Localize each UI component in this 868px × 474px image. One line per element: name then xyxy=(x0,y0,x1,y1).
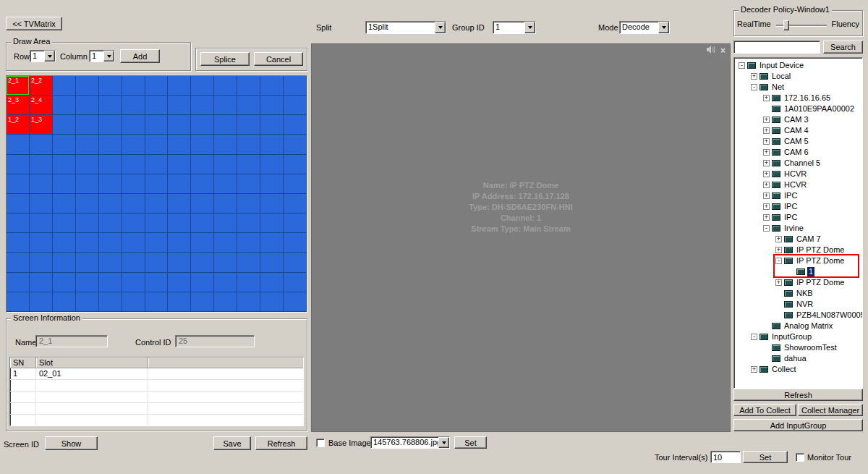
grid-cell-11-10[interactable] xyxy=(237,292,260,312)
tree-item-label[interactable]: HCVR xyxy=(783,180,808,190)
grid-cell-9-10[interactable] xyxy=(237,253,260,272)
tree-item-4-1a010e9paa00002[interactable]: 1A010E9PAA00002 xyxy=(734,103,862,114)
grid-cell-5-4[interactable] xyxy=(99,174,122,194)
grid-cell-5-0[interactable] xyxy=(7,174,30,194)
grid-cell-8-9[interactable] xyxy=(214,233,237,253)
grid-cell-10-4[interactable] xyxy=(99,273,122,292)
expand-icon[interactable]: + xyxy=(763,192,770,199)
slot-table-row-4[interactable] xyxy=(10,415,303,426)
grid-cell-10-7[interactable] xyxy=(168,273,191,292)
refresh-button[interactable]: Refresh xyxy=(255,436,307,450)
base-image-checkbox[interactable] xyxy=(316,439,325,447)
grid-cell-9-4[interactable] xyxy=(99,253,122,272)
grid-cell-3-7[interactable] xyxy=(168,135,191,154)
tree-item-label[interactable]: 1A010E9PAA00002 xyxy=(783,104,856,114)
grid-cell-9-11[interactable] xyxy=(260,253,284,272)
grid-cell-4-9[interactable] xyxy=(214,155,237,174)
chevron-down-icon[interactable] xyxy=(524,22,535,33)
tree-item-3-172-16-16-65[interactable]: +172.16.16.65 xyxy=(734,93,862,103)
grid-cell-2-2[interactable] xyxy=(53,115,76,135)
grid-cell-0-11[interactable] xyxy=(260,76,284,96)
grid-cell-10-10[interactable] xyxy=(237,273,260,292)
slot-table-row-1[interactable] xyxy=(10,380,303,392)
collapse-icon[interactable]: - xyxy=(739,62,745,69)
grid-cell-1-7[interactable] xyxy=(168,96,191,115)
grid-cell-2-8[interactable] xyxy=(191,115,214,135)
grid-cell-11-2[interactable] xyxy=(53,292,76,312)
grid-cell-10-12[interactable] xyxy=(284,273,307,292)
grid-cell-2-11[interactable] xyxy=(260,115,284,135)
grid-cell-4-1[interactable] xyxy=(30,155,53,174)
grid-cell-1-6[interactable] xyxy=(145,96,169,115)
grid-cell-8-2[interactable] xyxy=(53,233,76,253)
tree-item-20-ip-ptz-dome[interactable]: +IP PTZ Dome xyxy=(734,277,862,288)
grid-cell-1-0[interactable]: 2_3 xyxy=(7,96,30,115)
tree-item-11-hcvr[interactable]: +HCVR xyxy=(734,179,862,190)
chevron-down-icon[interactable] xyxy=(438,437,449,448)
tree-item-25-inputgroup[interactable]: -InputGroup xyxy=(734,331,862,342)
grid-cell-0-8[interactable] xyxy=(191,76,214,96)
grid-cell-5-3[interactable] xyxy=(76,174,99,194)
tree-item-label[interactable]: CAM 4 xyxy=(783,126,810,135)
grid-cell-11-11[interactable] xyxy=(260,292,284,312)
grid-cell-4-0[interactable] xyxy=(7,155,30,174)
tvmatrix-back-button[interactable]: << TVMatrix xyxy=(6,17,62,30)
grid-cell-5-1[interactable] xyxy=(30,174,53,194)
add-to-collect-button[interactable]: Add To Collect xyxy=(733,404,796,416)
grid-cell-9-2[interactable] xyxy=(53,253,76,272)
tree-item-16-cam-7[interactable]: +CAM 7 xyxy=(734,234,862,245)
grid-cell-8-10[interactable] xyxy=(237,233,260,253)
collapse-icon[interactable]: - xyxy=(751,334,757,340)
grid-cell-8-12[interactable] xyxy=(284,233,307,253)
search-input[interactable] xyxy=(733,41,820,54)
show-button[interactable]: Show xyxy=(45,436,98,450)
grid-cell-10-1[interactable] xyxy=(30,273,53,292)
grid-cell-0-9[interactable] xyxy=(214,76,237,96)
search-button[interactable]: Search xyxy=(823,41,863,54)
grid-cell-7-12[interactable] xyxy=(284,213,307,233)
grid-cell-3-10[interactable] xyxy=(237,135,260,154)
slot-table[interactable]: SNSlot102_01 xyxy=(9,357,304,426)
chevron-down-icon[interactable] xyxy=(103,51,114,62)
add-inputgroup-button[interactable]: Add InputGroup xyxy=(733,419,863,431)
grid-cell-7-0[interactable] xyxy=(7,213,30,233)
grid-cell-1-2[interactable] xyxy=(53,96,76,115)
grid-cell-0-12[interactable] xyxy=(284,76,307,96)
mode-select[interactable]: Decode xyxy=(619,21,670,34)
grid-cell-10-3[interactable] xyxy=(76,273,99,292)
grid-cell-11-9[interactable] xyxy=(214,292,237,312)
speaker-icon[interactable] xyxy=(707,46,716,55)
grid-cell-4-2[interactable] xyxy=(53,155,76,174)
grid-cell-4-7[interactable] xyxy=(168,155,191,174)
grid-cell-0-5[interactable] xyxy=(122,76,145,96)
tree-item-label[interactable]: ShowroomTest xyxy=(783,343,838,352)
tree-item-label[interactable]: 1 xyxy=(807,267,814,276)
grid-cell-1-5[interactable] xyxy=(122,96,145,115)
grid-cell-11-8[interactable] xyxy=(191,292,214,312)
collapse-icon[interactable]: - xyxy=(775,258,782,264)
expand-icon[interactable]: + xyxy=(775,236,782,242)
grid-cell-9-5[interactable] xyxy=(122,253,145,272)
grid-cell-11-0[interactable] xyxy=(7,292,30,312)
slot-table-row-0[interactable]: 102_01 xyxy=(10,368,303,380)
grid-cell-6-2[interactable] xyxy=(53,194,76,213)
tree-item-2-net[interactable]: -Net xyxy=(734,82,862,93)
tree-item-15-irvine[interactable]: -Irvine xyxy=(734,223,862,234)
draw-grid[interactable]: 2_12_22_32_41_21_3 xyxy=(7,76,307,312)
grid-cell-0-0[interactable]: 2_1 xyxy=(7,76,30,96)
grid-cell-7-8[interactable] xyxy=(191,213,214,233)
grid-cell-10-6[interactable] xyxy=(145,273,169,292)
tree-item-label[interactable]: CAM 7 xyxy=(795,234,822,244)
tree-item-label[interactable]: Net xyxy=(770,82,786,92)
grid-cell-3-0[interactable] xyxy=(7,135,30,154)
base-image-select[interactable]: 145763.768806.jpg xyxy=(370,436,450,449)
chevron-down-icon[interactable] xyxy=(658,22,669,33)
grid-cell-10-5[interactable] xyxy=(122,273,145,292)
tree-item-17-ip-ptz-dome[interactable]: +IP PTZ Dome xyxy=(734,245,862,255)
tree-item-label[interactable]: Collect xyxy=(770,365,798,374)
grid-cell-9-8[interactable] xyxy=(191,253,214,272)
grid-cell-3-11[interactable] xyxy=(260,135,284,154)
grid-cell-5-2[interactable] xyxy=(53,174,76,194)
grid-cell-2-5[interactable] xyxy=(122,115,145,135)
tree-item-21-nkb[interactable]: NKB xyxy=(734,288,862,299)
